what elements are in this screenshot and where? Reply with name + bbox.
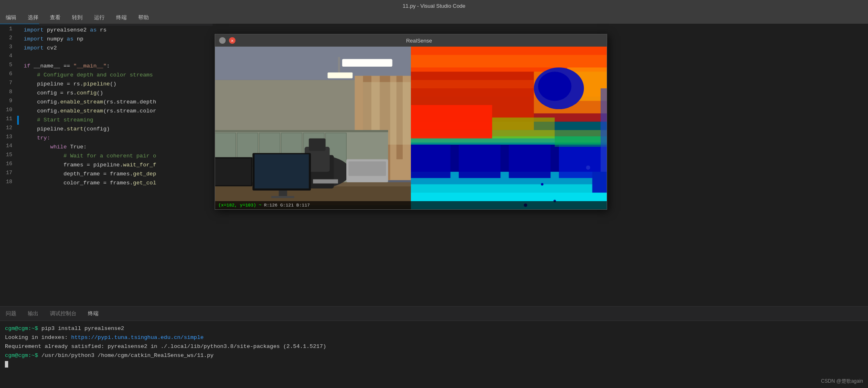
window-controls[interactable]: ✕ (219, 37, 236, 44)
menu-run[interactable]: 运行 (92, 13, 107, 22)
svg-rect-28 (279, 191, 287, 197)
svg-rect-27 (255, 154, 309, 188)
status-coords: (x=182, y=103) ~ (218, 203, 262, 208)
depth-view (411, 47, 607, 209)
svg-rect-52 (459, 145, 500, 178)
menu-select[interactable]: 选择 (25, 13, 41, 22)
code-line-9: 9 config.enable_stream(rs.stream.depth (0, 98, 213, 107)
output-1: Looking in indexes: (5, 334, 71, 341)
svg-rect-55 (411, 105, 492, 139)
prompt-2: cgm@cgm:~$ (5, 352, 38, 359)
code-line-1: 1 import pyrealsense2 as rs (0, 26, 213, 35)
svg-rect-25 (309, 139, 325, 151)
svg-rect-34 (313, 179, 338, 184)
title-bar-text: 11.py - Visual Studio Code (403, 3, 466, 9)
terminal-line-2: Looking in indexes: https://pypi.tuna.ts… (5, 333, 863, 342)
camera-view (215, 47, 411, 209)
code-line-5: 5 if __name__ == "__main__": (0, 62, 213, 71)
watermark: CSDN @楚歌again (821, 378, 863, 385)
terminal-cursor (5, 361, 8, 368)
terminal-tabs: 问题 输出 调试控制台 终端 (0, 307, 868, 321)
terminal-tab-debug[interactable]: 调试控制台 (48, 309, 78, 318)
code-line-2: 2 import numpy as np (0, 35, 213, 44)
realsense-content: (x=182, y=103) ~ R:126 G:121 B:117 (215, 47, 607, 209)
terminal-line-3: Requirement already satisfied: pyrealsen… (5, 342, 863, 351)
code-line-18: 18 color_frame = frames.get_col (0, 179, 213, 188)
code-line-4: 4 (0, 53, 213, 62)
editor-area[interactable]: 1 import pyrealsense2 as rs 2 import num… (0, 26, 213, 217)
cmd-1: pip3 install pyrealsense2 (41, 325, 124, 332)
terminal-panel: 问题 输出 调试控制台 终端 cgm@cgm:~$ pip3 install p… (0, 306, 868, 388)
realsense-titlebar: ✕ RealSense (215, 34, 607, 47)
svg-point-45 (538, 72, 572, 101)
minimize-button[interactable] (219, 37, 226, 44)
title-bar: 11.py - Visual Studio Code (0, 0, 868, 11)
realsense-title: RealSense (236, 38, 603, 44)
code-line-13: 13 try: (0, 134, 213, 143)
status-rgb: R:126 G:121 B:117 (264, 203, 310, 208)
svg-rect-11 (327, 72, 352, 78)
menu-view[interactable]: 查看 (47, 13, 63, 22)
svg-rect-56 (492, 117, 555, 138)
terminal-content[interactable]: cgm@cgm:~$ pip3 install pyrealsense2 Loo… (0, 321, 868, 372)
realsense-status: (x=182, y=103) ~ R:126 G:121 B:117 (215, 201, 607, 209)
output-2: Requirement already satisfied: pyrealsen… (5, 343, 326, 350)
svg-rect-13 (215, 130, 388, 132)
svg-rect-10 (338, 57, 340, 74)
svg-rect-51 (411, 145, 451, 178)
menu-bar: 编辑 选择 查看 转到 运行 终端 帮助 (0, 11, 868, 24)
code-line-14: 14 while True: (0, 143, 213, 152)
prompt-1: cgm@cgm:~$ (5, 325, 38, 332)
terminal-tab-output[interactable]: 输出 (26, 309, 40, 318)
code-line-15: 15 # Wait for a coherent pair o (0, 152, 213, 161)
svg-rect-53 (509, 145, 551, 178)
watermark-text: CSDN @楚歌again (821, 378, 863, 384)
code-line-3: 3 import cv2 (0, 44, 213, 53)
close-button[interactable]: ✕ (229, 37, 236, 44)
menu-help[interactable]: 帮助 (136, 13, 151, 22)
terminal-line-5 (5, 360, 863, 369)
svg-rect-31 (215, 158, 251, 185)
svg-point-58 (541, 183, 543, 186)
code-line-12: 12 pipeline.start(config) (0, 125, 213, 134)
realsense-window[interactable]: ✕ RealSense (215, 34, 607, 210)
output-url: https://pypi.tuna.tsinghua.edu.cn/simple (71, 334, 204, 341)
svg-rect-39 (411, 55, 607, 67)
code-line-16: 16 frames = pipeline.wait_for_f (0, 161, 213, 170)
svg-rect-29 (271, 196, 294, 198)
menu-edit[interactable]: 编辑 (3, 13, 19, 22)
svg-rect-33 (348, 161, 386, 176)
code-line-17: 17 depth_frame = frames.get_dep (0, 170, 213, 179)
code-line-6: 6 # Configure depth and color streams (0, 71, 213, 80)
svg-rect-57 (555, 122, 607, 147)
code-line-11: 11 # Start streaming (0, 116, 213, 125)
code-line-10: 10 config.enable_stream(rs.stream.color (0, 107, 213, 116)
menu-terminal[interactable]: 终端 (114, 13, 129, 22)
cmd-2: /usr/bin/python3 /home/cgm/catkin_RealSe… (41, 352, 213, 359)
svg-rect-9 (342, 59, 392, 67)
terminal-tab-terminal[interactable]: 终端 (86, 309, 100, 318)
terminal-line-4: cgm@cgm:~$ /usr/bin/python3 /home/cgm/ca… (5, 351, 863, 360)
terminal-line-1: cgm@cgm:~$ pip3 install pyrealsense2 (5, 324, 863, 333)
svg-point-60 (586, 166, 590, 170)
code-line-8: 8 config = rs.config() (0, 89, 213, 98)
menu-goto[interactable]: 转到 (70, 13, 85, 22)
code-line-7: 7 pipeline = rs.pipeline() (0, 80, 213, 89)
svg-rect-63 (592, 172, 607, 193)
svg-rect-62 (601, 88, 607, 172)
terminal-tab-problems[interactable]: 问题 (4, 309, 18, 318)
